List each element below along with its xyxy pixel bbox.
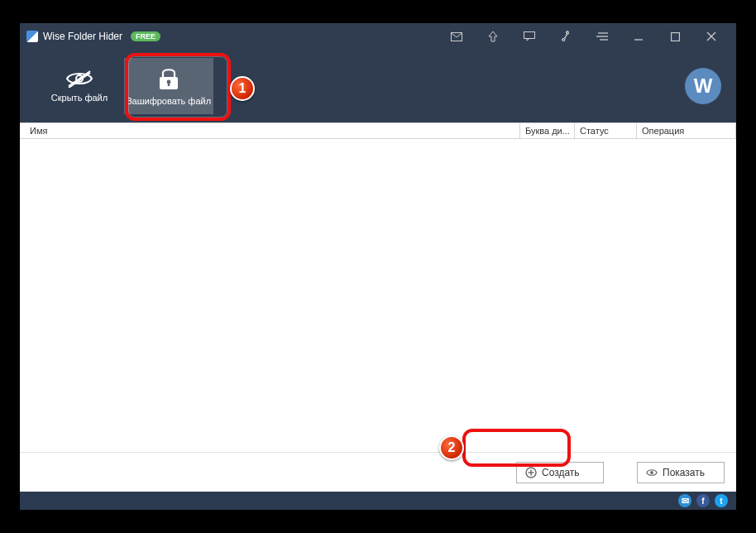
- close-button[interactable]: [693, 23, 730, 50]
- show-label: Показать: [663, 467, 705, 478]
- free-badge: FREE: [131, 31, 160, 41]
- create-label: Создать: [542, 467, 580, 478]
- encrypt-file-button[interactable]: Зашифровать файл: [124, 58, 213, 114]
- minimize-button[interactable]: [620, 23, 657, 50]
- titlebar: Wise Folder Hider FREE: [20, 23, 736, 50]
- titlebar-right: [438, 23, 730, 50]
- column-status[interactable]: Статус: [575, 123, 637, 138]
- social-twitter-icon[interactable]: t: [715, 494, 728, 507]
- app-title: Wise Folder Hider: [43, 31, 122, 42]
- toolbar: Скрыть файл Зашифровать файл W: [20, 50, 736, 122]
- column-headers: Имя Буква ди... Статус Операция: [20, 122, 736, 139]
- encrypt-file-label: Зашифровать файл: [127, 96, 211, 106]
- plus-circle-icon: [525, 467, 537, 478]
- bottom-action-bar: Создать Показать: [20, 452, 736, 492]
- app-window: Wise Folder Hider FREE: [20, 23, 736, 510]
- maximize-button[interactable]: [657, 23, 693, 50]
- svg-rect-16: [168, 82, 170, 86]
- brand-letter: W: [694, 74, 713, 98]
- show-button[interactable]: Показать: [637, 462, 725, 483]
- upgrade-icon[interactable]: [475, 23, 511, 50]
- column-operation[interactable]: Операция: [637, 123, 736, 138]
- app-icon: [26, 31, 38, 42]
- hide-file-label: Скрыть файл: [51, 93, 108, 103]
- hide-file-button[interactable]: Скрыть файл: [35, 58, 124, 114]
- feedback-icon[interactable]: [511, 23, 548, 50]
- file-list-area: [20, 139, 736, 452]
- column-name[interactable]: Имя: [20, 123, 520, 138]
- settings-icon[interactable]: [548, 23, 584, 50]
- social-mail-icon[interactable]: ✉: [678, 494, 691, 507]
- svg-point-3: [562, 39, 565, 41]
- lock-icon: [157, 66, 180, 93]
- titlebar-left: Wise Folder Hider FREE: [26, 31, 160, 42]
- mail-icon[interactable]: [438, 23, 475, 50]
- svg-rect-1: [524, 32, 535, 39]
- brand-logo: W: [685, 68, 721, 104]
- eye-icon: [646, 467, 658, 478]
- svg-point-20: [650, 471, 653, 474]
- create-button[interactable]: Создать: [516, 462, 604, 483]
- column-drive[interactable]: Буква ди...: [520, 123, 575, 138]
- menu-icon[interactable]: [584, 23, 620, 50]
- svg-rect-8: [671, 32, 679, 41]
- footer: ✉ f t: [20, 492, 736, 510]
- eye-slash-icon: [65, 70, 93, 89]
- social-facebook-icon[interactable]: f: [696, 494, 710, 507]
